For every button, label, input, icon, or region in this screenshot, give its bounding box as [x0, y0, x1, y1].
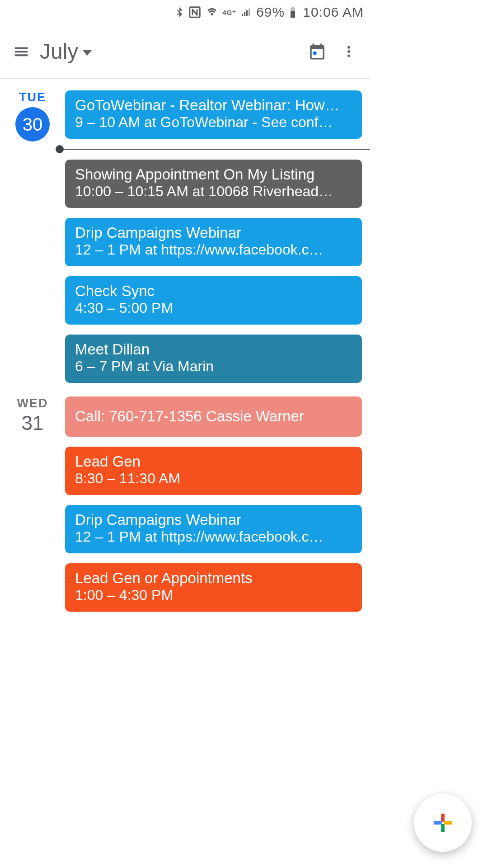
- signal-icon: [240, 7, 253, 18]
- event-card[interactable]: Call: 760-717-1356 Cassie Warner: [65, 396, 362, 437]
- day-number: 30: [15, 107, 50, 142]
- status-time: 10:06 AM: [303, 5, 364, 20]
- event-card[interactable]: Check Sync4:30 – 5:00 PM: [65, 276, 362, 325]
- day-header[interactable]: TUE30: [0, 90, 65, 383]
- day-of-week: WED: [17, 396, 48, 410]
- svg-point-1: [313, 51, 317, 55]
- chevron-down-icon: [83, 50, 92, 56]
- event-card[interactable]: Lead Gen or Appointments1:00 – 4:30 PM: [65, 563, 362, 612]
- event-title: Lead Gen or Appointments: [75, 570, 352, 587]
- event-card[interactable]: GoToWebinar - Realtor Webinar: How…9 – 1…: [65, 90, 362, 139]
- event-card[interactable]: Drip Campaigns Webinar12 – 1 PM at https…: [65, 218, 362, 266]
- status-bar: 4G⁺ 69% 10:06 AM: [0, 0, 370, 24]
- event-detail: 1:00 – 4:30 PM: [75, 587, 352, 604]
- event-title: Drip Campaigns Webinar: [75, 511, 352, 528]
- overflow-button[interactable]: [333, 36, 365, 67]
- event-card[interactable]: Lead Gen8:30 – 11:30 AM: [65, 447, 362, 495]
- day-header[interactable]: WED31: [0, 396, 65, 612]
- calendar-today-icon: [308, 42, 327, 61]
- events-column: Call: 760-717-1356 Cassie WarnerLead Gen…: [65, 396, 362, 612]
- event-detail: 10:00 – 10:15 AM at 10068 Riverhead…: [75, 183, 352, 200]
- bluetooth-icon: [174, 5, 184, 19]
- wifi-icon: [205, 7, 219, 18]
- event-detail: 9 – 10 AM at GoToWebinar - See conf…: [75, 114, 352, 131]
- day-of-week: TUE: [19, 90, 46, 104]
- svg-point-3: [347, 50, 350, 53]
- battery-percent: 69%: [256, 5, 285, 20]
- month-label: July: [40, 39, 78, 64]
- event-detail: 12 – 1 PM at https://www.facebook.c…: [75, 528, 352, 545]
- event-detail: 6 – 7 PM at Via Marin: [75, 358, 352, 375]
- day-number: 31: [22, 413, 44, 433]
- event-title: GoToWebinar - Realtor Webinar: How…: [75, 97, 352, 114]
- event-card[interactable]: Meet Dillan6 – 7 PM at Via Marin: [65, 335, 362, 383]
- app-bar: July: [0, 24, 370, 79]
- event-title: Check Sync: [75, 283, 352, 300]
- event-title: Meet Dillan: [75, 341, 352, 358]
- menu-button[interactable]: [5, 36, 37, 67]
- svg-point-2: [347, 46, 350, 48]
- event-detail: 4:30 – 5:00 PM: [75, 300, 352, 316]
- more-vert-icon: [342, 44, 356, 59]
- events-column: GoToWebinar - Realtor Webinar: How…9 – 1…: [65, 90, 362, 383]
- hamburger-icon: [13, 43, 30, 60]
- event-title: Drip Campaigns Webinar: [75, 224, 352, 241]
- event-card[interactable]: Showing Appointment On My Listing10:00 –…: [65, 160, 362, 208]
- now-indicator: [60, 149, 370, 150]
- event-title: Showing Appointment On My Listing: [75, 166, 352, 183]
- event-card[interactable]: Drip Campaigns Webinar12 – 1 PM at https…: [65, 505, 362, 553]
- month-dropdown[interactable]: July: [40, 39, 92, 64]
- day-row: WED31Call: 760-717-1356 Cassie WarnerLea…: [0, 396, 370, 625]
- event-detail: 12 – 1 PM at https://www.facebook.c…: [75, 241, 352, 258]
- svg-point-4: [347, 54, 350, 57]
- lte-icon: 4G⁺: [222, 9, 236, 16]
- event-title: Call: 760-717-1356 Cassie Warner: [75, 405, 352, 429]
- schedule-list[interactable]: TUE30GoToWebinar - Realtor Webinar: How……: [0, 79, 370, 625]
- nfc-icon: [188, 5, 202, 19]
- event-title: Lead Gen: [75, 453, 352, 470]
- day-row: TUE30GoToWebinar - Realtor Webinar: How……: [0, 90, 370, 396]
- today-button[interactable]: [301, 36, 333, 67]
- event-detail: 8:30 – 11:30 AM: [75, 470, 352, 487]
- battery-icon: [288, 5, 297, 19]
